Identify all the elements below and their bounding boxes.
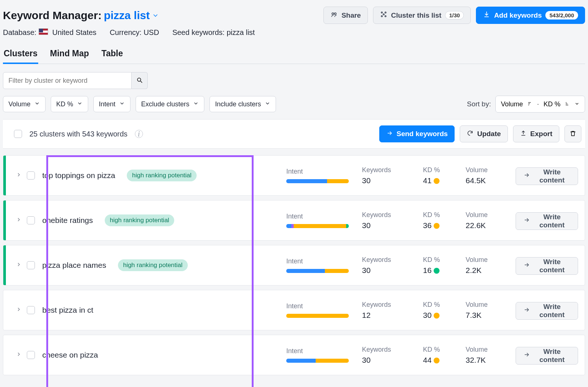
- kd-label: KD %: [423, 346, 463, 354]
- list-name-link[interactable]: pizza list: [104, 9, 150, 22]
- write-content-button[interactable]: Write content: [516, 212, 578, 230]
- kd-difficulty-dot: [434, 223, 440, 229]
- share-button[interactable]: Share: [323, 7, 368, 24]
- view-tabs: Clusters Mind Map Table: [3, 45, 585, 64]
- sort-selector[interactable]: Volume - KD %: [495, 96, 585, 113]
- kd-filter[interactable]: KD %: [51, 96, 88, 112]
- cluster-list-label: Cluster this list: [391, 11, 441, 19]
- row-checkbox[interactable]: [27, 216, 35, 224]
- expand-icon[interactable]: [16, 262, 22, 269]
- select-all-checkbox[interactable]: [14, 130, 22, 138]
- cluster-name[interactable]: pizza place names: [40, 261, 106, 270]
- filter-input[interactable]: [3, 72, 132, 89]
- svg-point-2: [381, 12, 382, 13]
- keywords-value: 30: [362, 266, 421, 275]
- expand-icon[interactable]: [16, 306, 22, 314]
- volume-filter[interactable]: Volume: [3, 96, 46, 112]
- tab-table[interactable]: Table: [101, 45, 123, 64]
- info-icon[interactable]: i: [135, 130, 143, 138]
- svg-point-0: [332, 13, 334, 15]
- intent-label: Intent: [286, 347, 360, 355]
- volume-value: 2.2K: [466, 266, 513, 275]
- arrow-right-icon: [386, 130, 393, 138]
- kd-difficulty-dot: [434, 268, 440, 274]
- currency-meta: Currency: USD: [110, 28, 159, 37]
- search-button[interactable]: [132, 72, 148, 89]
- send-keywords-button[interactable]: Send keywords: [379, 125, 455, 142]
- kd-label: KD %: [423, 301, 463, 309]
- upload-icon: [520, 130, 527, 138]
- high-ranking-potential-badge: high ranking potential: [127, 170, 197, 181]
- arrow-right-icon: [523, 217, 530, 225]
- intent-label: Intent: [286, 168, 360, 175]
- delete-button[interactable]: [564, 125, 581, 142]
- keywords-value: 30: [362, 221, 421, 230]
- kd-value: 30: [423, 311, 463, 320]
- title-prefix: Keyword Manager:: [3, 9, 101, 22]
- expand-icon[interactable]: [16, 172, 22, 179]
- cluster-name[interactable]: top toppings on pizza: [40, 171, 115, 180]
- intent-label: Intent: [286, 213, 360, 220]
- volume-value: 32.7K: [466, 356, 513, 365]
- volume-label: Volume: [466, 166, 513, 174]
- cluster-count-badge: 1/30: [445, 11, 464, 19]
- intent-filter[interactable]: Intent: [93, 96, 130, 112]
- write-content-button[interactable]: Write content: [516, 347, 578, 365]
- row-checkbox[interactable]: [27, 261, 35, 269]
- sort-label: Sort by:: [467, 100, 491, 108]
- row-checkbox[interactable]: [27, 351, 35, 359]
- expand-icon[interactable]: [16, 351, 22, 359]
- kd-label: KD %: [423, 166, 463, 174]
- chevron-down-icon: [574, 100, 580, 108]
- cluster-name[interactable]: cheese on pizza: [40, 351, 98, 359]
- cluster-name[interactable]: best pizza in ct: [40, 306, 93, 315]
- keywords-label: Keywords: [362, 346, 421, 354]
- volume-label: Volume: [466, 256, 513, 264]
- volume-value: 7.3K: [466, 311, 513, 320]
- volume-label: Volume: [466, 346, 513, 354]
- expand-icon[interactable]: [16, 217, 22, 224]
- row-checkbox[interactable]: [27, 171, 35, 180]
- write-content-button[interactable]: Write content: [516, 167, 578, 185]
- svg-line-8: [140, 81, 142, 83]
- tab-clusters[interactable]: Clusters: [3, 45, 38, 64]
- cluster-list-button[interactable]: Cluster this list 1/30: [373, 7, 471, 24]
- kd-difficulty-dot: [434, 313, 440, 319]
- refresh-icon: [467, 130, 473, 138]
- row-checkbox[interactable]: [27, 306, 35, 314]
- arrow-right-icon: [523, 351, 530, 360]
- share-icon: [330, 11, 338, 20]
- add-keywords-label: Add keywords: [494, 11, 542, 19]
- volume-label: Volume: [466, 301, 513, 309]
- arrow-right-icon: [523, 172, 530, 180]
- high-ranking-potential-badge: high ranking potential: [118, 259, 188, 271]
- chevron-down-icon: [193, 100, 199, 108]
- kd-value: 36: [423, 221, 463, 230]
- keywords-label: Keywords: [362, 256, 421, 264]
- keywords-value: 30: [362, 356, 421, 365]
- seed-keywords-meta: Seed keywords: pizza list: [172, 28, 255, 37]
- keywords-value: 30: [362, 176, 421, 185]
- arrow-right-icon: [523, 306, 530, 315]
- chevron-down-icon[interactable]: [152, 9, 159, 22]
- volume-value: 64.5K: [466, 176, 513, 185]
- intent-bar: [286, 314, 349, 318]
- intent-bar: [286, 179, 349, 183]
- export-button[interactable]: Export: [513, 125, 559, 142]
- write-content-button[interactable]: Write content: [516, 257, 578, 275]
- kd-value: 16: [423, 266, 463, 275]
- write-content-button[interactable]: Write content: [516, 302, 578, 320]
- high-ranking-potential-badge: high ranking potential: [105, 214, 175, 226]
- update-button[interactable]: Update: [460, 125, 508, 142]
- share-label: Share: [341, 11, 361, 19]
- intent-bar: [286, 269, 349, 273]
- exclude-clusters-filter[interactable]: Exclude clusters: [136, 96, 204, 112]
- add-keywords-button[interactable]: Add keywords 543/2,000: [476, 7, 585, 24]
- tab-mindmap[interactable]: Mind Map: [49, 45, 90, 64]
- us-flag-icon: [39, 28, 48, 35]
- keywords-value: 12: [362, 311, 421, 320]
- svg-point-5: [385, 15, 386, 17]
- cluster-name[interactable]: onebite ratings: [40, 216, 93, 225]
- keywords-label: Keywords: [362, 211, 421, 219]
- include-clusters-filter[interactable]: Include clusters: [209, 96, 276, 112]
